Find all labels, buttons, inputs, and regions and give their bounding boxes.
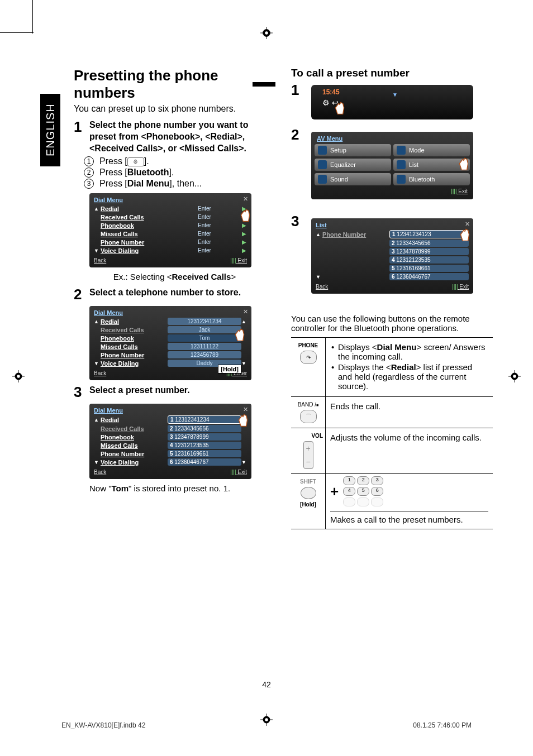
down-arrow-icon[interactable]: ▼ (94, 460, 101, 465)
substep-1: 1 Press [⚙]. (84, 156, 275, 166)
menu-item-voice-dialing[interactable]: Voice Dialing (101, 459, 168, 466)
down-arrow-icon[interactable]: ▼ (392, 92, 398, 98)
av-bluetooth-button[interactable]: Bluetooth (393, 173, 470, 185)
band-desc: Ends the call. (326, 397, 493, 428)
exit-button[interactable]: |||| Exit (230, 469, 247, 475)
back-button[interactable]: Back (94, 469, 106, 475)
substep-1-text: Press [ (99, 156, 127, 166)
caption-1: Ex.: Selecting <Received Calls> (74, 272, 275, 281)
menu-item-phonebook[interactable]: Phonebook (101, 335, 168, 342)
phone-number-label[interactable]: Phone Number (322, 231, 389, 238)
phone-button-icon: ↷ (300, 351, 317, 364)
menu-item-redial[interactable]: Redial (101, 417, 168, 423)
menu-item-phone-number[interactable]: Phone Number (101, 239, 168, 246)
hold-label: [Hold] (300, 501, 316, 508)
back-button[interactable]: Back (316, 284, 328, 290)
hold-label: [Hold] (218, 365, 241, 374)
scroll-up-icon[interactable]: ▲ (241, 319, 247, 324)
menu-item-phone-number[interactable]: Phone Number (101, 451, 168, 457)
shift-label: SHIFT (300, 479, 316, 485)
preset-item-3[interactable]: 3 12347878999 (168, 433, 241, 441)
menu-item-missed-calls[interactable]: Missed Calls (101, 231, 168, 237)
volume-rocker-icon: +− (303, 441, 313, 469)
substep-3-pre: Press [ (99, 179, 127, 188)
av-setup-button[interactable]: Setup (315, 144, 391, 156)
up-arrow-icon[interactable]: ▲ (94, 319, 101, 324)
shift-numpad-row: + 123 456 (330, 476, 488, 506)
mode-icon (397, 146, 406, 155)
menu-item-missed-calls[interactable]: Missed Calls (101, 442, 168, 449)
menu-item-received-calls[interactable]: Received Calls (101, 425, 168, 432)
up-arrow-icon[interactable]: ▲ (316, 232, 322, 237)
svg-point-12 (513, 375, 516, 378)
registration-mark-icon (12, 370, 25, 386)
menu-item-phonebook[interactable]: Phonebook (101, 222, 168, 229)
down-arrow-icon[interactable]: ▼ (316, 274, 322, 280)
back-button[interactable]: Back (94, 257, 106, 264)
av-menu-title: AV Menu (315, 135, 470, 142)
call-step-1: 1 15:45 ⚙ ↩ ▼ (291, 83, 493, 125)
menu-item-voice-dialing[interactable]: Voice Dialing (101, 247, 168, 254)
close-icon[interactable]: ✕ (243, 308, 248, 315)
play-arrow-icon: ▶ (241, 231, 247, 237)
av-equalizer-button[interactable]: Equalizer (315, 159, 391, 171)
enter-button[interactable]: Enter (168, 238, 241, 246)
preset-item-4[interactable]: 4 12312123535 (389, 256, 469, 264)
menu-item-received-calls[interactable]: Received Calls (101, 214, 168, 221)
up-arrow-icon[interactable]: ▲ (94, 417, 101, 423)
dial-menu-screenshot-2: ✕ Dial Menu ▲Redial12312341234▲ Received… (89, 306, 251, 380)
step-number: 3 (74, 385, 84, 399)
enter-button[interactable]: Enter (168, 222, 241, 229)
menu-item-received-calls[interactable]: Received Calls (101, 327, 168, 333)
scroll-down-icon[interactable]: ▼ (241, 361, 247, 366)
circled-number-icon: 1 (84, 156, 94, 166)
band-button-icon: ⌒ (300, 410, 317, 423)
enter-button[interactable]: Enter (168, 213, 241, 221)
preset-item-6[interactable]: 6 12360446767 (389, 273, 469, 280)
menu-item-redial[interactable]: Redial (101, 205, 168, 212)
down-arrow-icon[interactable]: ▼ (94, 248, 101, 253)
preset-item-3[interactable]: 3 12347878999 (389, 248, 469, 255)
phone-desc-2: Displays the <Redial> list if pressed an… (330, 362, 488, 391)
menu-item-voice-dialing[interactable]: Voice Dialing (101, 360, 168, 367)
preset-item-5[interactable]: 5 12316169661 (389, 265, 469, 272)
exit-button[interactable]: |||| Exit (230, 257, 247, 264)
enter-button[interactable]: Enter (168, 230, 241, 237)
preset-item-1[interactable]: 1 12312341234 (168, 415, 241, 424)
close-icon[interactable]: ✕ (243, 195, 248, 203)
play-arrow-icon: ▶ (241, 247, 247, 253)
preset-item-2[interactable]: 2 12334345656 (168, 425, 241, 432)
step-2-title: Select a telephone number to store. (89, 287, 275, 299)
call-step-3: 3 ✕ List ▲Phone Number1 12341234123 2 12… (291, 214, 493, 298)
sound-icon (318, 175, 327, 184)
up-arrow-icon[interactable]: ▲ (94, 206, 101, 212)
preset-item-4[interactable]: 4 12312123535 (168, 442, 241, 449)
av-sound-button[interactable]: Sound (315, 173, 391, 185)
menu-item-phonebook[interactable]: Phonebook (101, 434, 168, 441)
menu-item-missed-calls[interactable]: Missed Calls (101, 343, 168, 350)
exit-button[interactable]: |||| Exit (452, 284, 469, 290)
menu-item-redial[interactable]: Redial (101, 318, 168, 325)
vol-label: VOL (311, 433, 323, 439)
step-2: 2 Select a telephone number to store. (74, 287, 275, 302)
dial-menu-screenshot-1: ✕ Dial Menu ▲RedialEnter▶ Received Calls… (89, 193, 251, 267)
language-tab: ENGLISH (40, 94, 60, 166)
call-step-2: 2 AV Menu Setup Mode Equalizer List Soun… (291, 127, 493, 204)
scroll-down-icon[interactable]: ▼ (241, 460, 247, 465)
remote-table: PHONE ↷ Displays <Dial Menu> screen/ Ans… (291, 337, 493, 529)
contact-item[interactable]: 123456789 (168, 351, 241, 358)
enter-button[interactable]: Enter (168, 247, 241, 254)
preset-item-5[interactable]: 5 12316169661 (168, 450, 241, 457)
back-button[interactable]: Back (94, 370, 106, 376)
right-heading: To call a preset number (291, 67, 493, 79)
step-1: 1 Select the phone number you want to pr… (74, 119, 275, 154)
menu-item-phone-number[interactable]: Phone Number (101, 352, 168, 358)
intro-text: You can preset up to six phone numbers. (74, 104, 275, 114)
enter-button[interactable]: Enter (168, 205, 241, 212)
down-arrow-icon[interactable]: ▼ (94, 361, 101, 366)
list-icon (397, 160, 406, 169)
table-row-phone: PHONE ↷ Displays <Dial Menu> screen/ Ans… (291, 338, 493, 397)
preset-item-6[interactable]: 6 12360446767 (168, 458, 241, 466)
exit-button[interactable]: |||| Exit (451, 188, 468, 194)
registration-mark-icon (260, 27, 273, 42)
